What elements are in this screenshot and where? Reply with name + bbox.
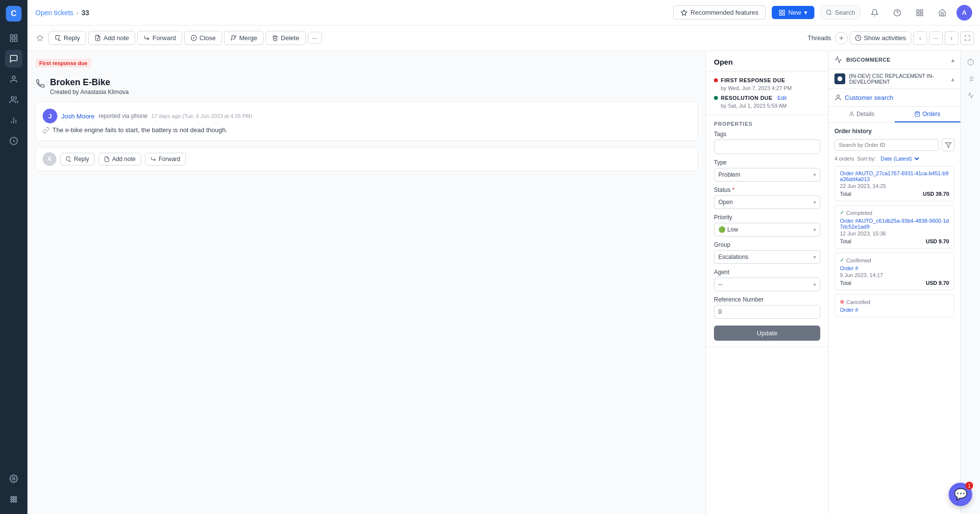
threads-add-button[interactable]: +	[835, 32, 848, 45]
search-button[interactable]: Search	[820, 5, 860, 20]
first-response-dot	[714, 78, 718, 82]
dev-label: [IN-DEV] CSC REPLACEMENT IN-DEVELOPMENT	[849, 73, 947, 85]
breadcrumb-separator: ›	[76, 9, 79, 17]
status-check-icon-2: ✓	[840, 210, 844, 216]
first-response-time: by Wed, Jun 7, 2023 4:27 PM	[721, 85, 820, 91]
svg-rect-25	[917, 13, 919, 16]
type-select-wrapper: Problem Question Incident Feature Reques…	[714, 168, 820, 182]
star-button[interactable]	[33, 31, 47, 45]
svg-point-4	[12, 76, 15, 79]
help-button[interactable]	[889, 4, 906, 21]
more-options-button[interactable]: ···	[929, 31, 943, 45]
close-button[interactable]: Close	[184, 31, 222, 45]
sort-by-select[interactable]: Date (Latest) Date (Oldest) Total (High)	[879, 155, 921, 162]
delete-label: Delete	[281, 34, 299, 42]
forward-button[interactable]: Forward	[137, 31, 182, 45]
next-ticket-button[interactable]: ›	[945, 31, 958, 45]
first-response-due-row: FIRST RESPONSE DUE	[714, 77, 820, 83]
filter-button[interactable]	[942, 139, 955, 151]
reply-box-forward-button[interactable]: Forward	[145, 153, 186, 165]
order-total-label-1: Total	[840, 191, 851, 197]
add-note-label: Add note	[103, 34, 129, 42]
chart-icon	[834, 56, 842, 64]
merge-button[interactable]: Merge	[224, 31, 264, 45]
type-label: Type	[714, 159, 820, 166]
breadcrumb-link[interactable]: Open tickets	[35, 9, 74, 17]
dev-collapse[interactable]: ▴	[951, 75, 955, 83]
sidebar-icon-conversations[interactable]	[5, 132, 23, 150]
sidebar-icon-settings[interactable]	[5, 470, 23, 488]
status-text-3: Confirmed	[846, 257, 871, 263]
svg-point-33	[851, 112, 853, 114]
chat-widget[interactable]: 💬 1	[949, 483, 972, 506]
message-block: J Josh Moore reported via phone 17 days …	[35, 101, 698, 141]
message-author[interactable]: Josh Moore	[61, 113, 95, 120]
update-button[interactable]: Update	[714, 326, 820, 341]
reply-button[interactable]: Reply	[49, 31, 86, 45]
strip-icon-list[interactable]	[963, 71, 978, 86]
priority-select[interactable]: 🟢 Low 🟡 Medium 🔴 High ⚡ Urgent	[714, 223, 820, 236]
ticket-header: Broken E-Bike Created by Anastasia Klimo…	[35, 77, 698, 95]
orders-count: 4 orders	[834, 156, 854, 162]
order-date-2: 12 Jun 2023, 15:36	[840, 231, 949, 236]
sidebar-icon-chat[interactable]	[5, 50, 23, 68]
tags-input[interactable]	[714, 140, 820, 154]
ticket-main: First response due Broken E-Bike Created…	[27, 51, 706, 514]
order-history-section: Order history 4 orders Sort by: Date (La…	[829, 123, 960, 514]
strip-icon-info[interactable]	[963, 55, 978, 70]
svg-rect-19	[780, 13, 782, 15]
customer-search-link[interactable]: Customer search	[834, 94, 955, 101]
sidebar-icon-reports[interactable]	[5, 112, 23, 129]
svg-rect-26	[920, 13, 923, 16]
order-card-2: ✓ Completed Order #AUTO_c61db25a-93b4-48…	[834, 205, 955, 249]
sidebar-icon-contacts[interactable]	[5, 70, 23, 88]
resolution-due-label: RESOLUTION DUE	[721, 95, 772, 101]
reply-box-reply-button[interactable]: Reply	[60, 153, 95, 165]
show-activities-button[interactable]: Show activities	[850, 31, 911, 45]
grid-button[interactable]	[911, 4, 928, 21]
add-note-button[interactable]: Add note	[88, 31, 135, 45]
strip-icon-chart[interactable]	[963, 88, 978, 103]
edit-resolution-link[interactable]: Edit	[777, 95, 786, 101]
order-link-2[interactable]: Order #AUTO_c61db25a-93b4-4838-9600-1d7d…	[840, 218, 949, 230]
notifications-button[interactable]	[866, 4, 883, 21]
svg-rect-17	[780, 10, 782, 12]
delete-button[interactable]: Delete	[266, 31, 306, 45]
new-button[interactable]: New ▾	[772, 6, 814, 19]
recommended-features-button[interactable]: Recommended features	[673, 5, 766, 20]
sidebar-icon-apps[interactable]	[5, 491, 23, 508]
collapse-button[interactable]: ▴	[951, 56, 955, 64]
priority-label: Priority	[714, 214, 820, 221]
reply-avatar: A	[43, 152, 56, 166]
app-logo[interactable]: C	[6, 6, 22, 22]
order-link-3[interactable]: Order #	[840, 265, 949, 271]
tags-label: Tags	[714, 131, 820, 138]
order-link-1[interactable]: Order #AUTO_27ca1767-6931-41ca-b451-b9a3…	[840, 170, 949, 182]
more-button[interactable]: ···	[308, 32, 322, 44]
tab-details[interactable]: Details	[829, 107, 895, 122]
order-link-4[interactable]: Order #	[840, 307, 949, 313]
sidebar-icon-group[interactable]	[5, 91, 23, 109]
reply-box-note-button[interactable]: Add note	[98, 153, 141, 165]
status-select-wrapper: Open Closed Pending	[714, 195, 820, 209]
resolution-due-row: RESOLUTION DUE Edit	[714, 95, 820, 101]
ticket-toolbar: Reply Add note Forward Close Merge Delet…	[27, 25, 980, 51]
svg-point-14	[11, 501, 12, 502]
user-avatar[interactable]: A	[956, 5, 972, 21]
group-select[interactable]: Escalations Support	[714, 250, 820, 264]
store-button[interactable]	[934, 4, 951, 21]
reference-number-input[interactable]	[714, 305, 820, 319]
tab-orders[interactable]: Orders	[895, 107, 961, 122]
status-select[interactable]: Open Closed Pending	[714, 195, 820, 209]
prev-ticket-button[interactable]: ‹	[913, 31, 927, 45]
reply-label: Reply	[64, 34, 80, 42]
svg-marker-35	[946, 142, 951, 147]
message-author-avatar: J	[43, 109, 57, 123]
order-search-input[interactable]	[834, 139, 939, 151]
type-select[interactable]: Problem Question Incident Feature Reques…	[714, 168, 820, 182]
agent-select[interactable]: --	[714, 278, 820, 291]
order-total-val-1: USD 39.70	[923, 191, 949, 197]
sidebar-icon-dashboard[interactable]	[5, 29, 23, 47]
order-total-row-1: Total USD 39.70	[840, 191, 949, 197]
expand-button[interactable]	[960, 31, 974, 45]
